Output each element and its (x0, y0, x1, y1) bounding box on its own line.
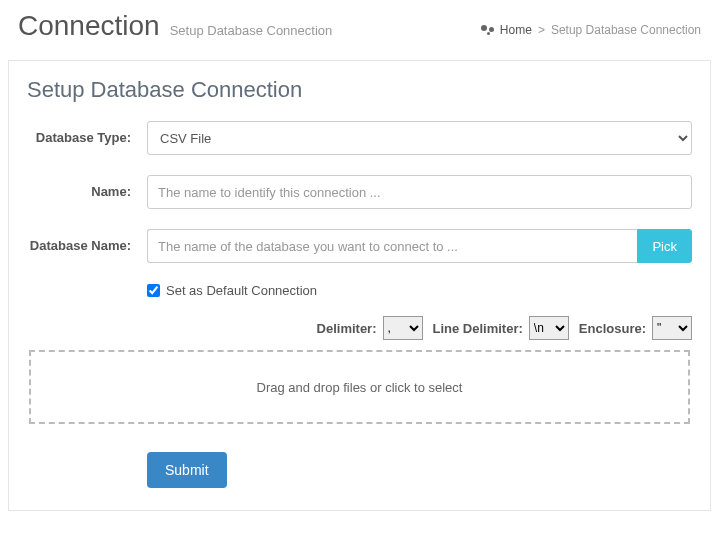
pick-button[interactable]: Pick (637, 229, 692, 263)
label-default-connection: Set as Default Connection (166, 283, 317, 298)
breadcrumb-separator: > (538, 23, 545, 37)
page-subtitle: Setup Database Connection (170, 23, 333, 38)
breadcrumb-home-link[interactable]: Home (500, 23, 532, 37)
page-header: Connection Setup Database Connection Hom… (0, 0, 719, 54)
row-name: Name: (27, 175, 692, 209)
select-database-type[interactable]: CSV File (147, 121, 692, 155)
input-name[interactable] (147, 175, 692, 209)
select-enclosure[interactable]: " (652, 316, 692, 340)
row-database-name: Database Name: Pick (27, 229, 692, 263)
main-panel: Setup Database Connection Database Type:… (8, 60, 711, 511)
dashboard-icon (481, 25, 494, 35)
label-name: Name: (27, 175, 147, 201)
file-dropzone[interactable]: Drag and drop files or click to select (29, 350, 690, 424)
input-database-name[interactable] (147, 229, 637, 263)
label-line-delimiter: Line Delimiter: (433, 321, 523, 336)
panel-title: Setup Database Connection (27, 77, 692, 103)
page-title: Connection (18, 10, 160, 42)
label-database-type: Database Type: (27, 121, 147, 147)
row-submit: Submit (147, 452, 692, 488)
row-database-type: Database Type: CSV File (27, 121, 692, 155)
checkbox-default-connection[interactable] (147, 284, 160, 297)
dropzone-text: Drag and drop files or click to select (257, 380, 463, 395)
select-delimiter[interactable]: , (383, 316, 423, 340)
label-database-name: Database Name: (27, 229, 147, 255)
select-line-delimiter[interactable]: \n (529, 316, 569, 340)
label-delimiter: Delimiter: (317, 321, 377, 336)
label-enclosure: Enclosure: (579, 321, 646, 336)
header-left: Connection Setup Database Connection (18, 10, 332, 42)
row-default-connection: Set as Default Connection (147, 283, 692, 298)
breadcrumb: Home > Setup Database Connection (481, 23, 701, 37)
submit-button[interactable]: Submit (147, 452, 227, 488)
breadcrumb-current: Setup Database Connection (551, 23, 701, 37)
row-csv-options: Delimiter: , Line Delimiter: \n Enclosur… (27, 316, 692, 340)
